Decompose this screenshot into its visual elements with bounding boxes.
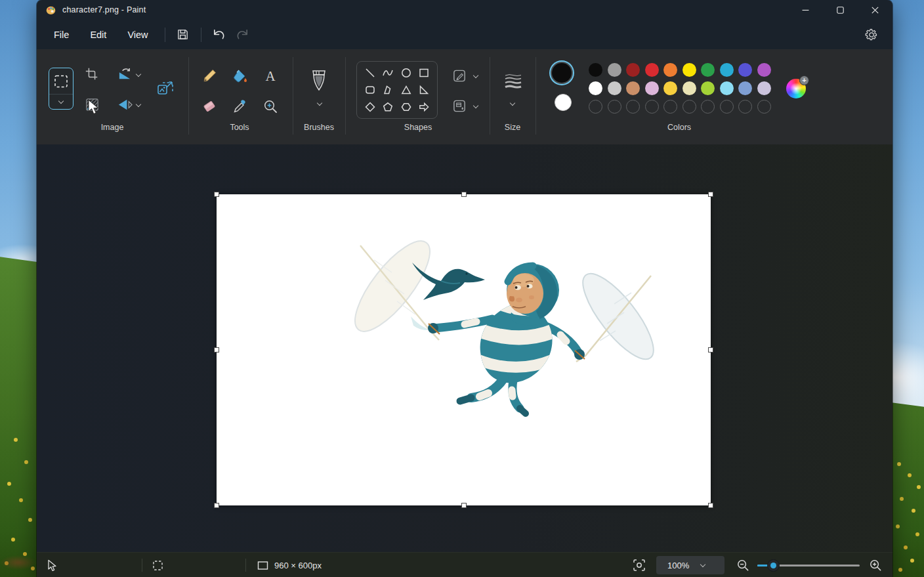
selection-handle-ne[interactable]: [708, 192, 713, 197]
magnifier-tool-button[interactable]: [259, 95, 282, 118]
zoom-slider-thumb[interactable]: [767, 559, 780, 572]
shape-arrow[interactable]: [415, 99, 432, 115]
shape-oval[interactable]: [398, 65, 415, 81]
foreground-color-swatch[interactable]: [551, 62, 573, 84]
outline-options-dropdown[interactable]: [471, 72, 480, 81]
palette-color-swatch[interactable]: [757, 63, 771, 77]
zoom-slider[interactable]: [757, 565, 860, 567]
flip-button[interactable]: [114, 94, 135, 115]
palette-color-swatch[interactable]: [701, 63, 715, 77]
eraser-icon: [201, 98, 217, 114]
save-button[interactable]: [171, 24, 195, 45]
palette-color-swatch[interactable]: [738, 81, 752, 95]
resize-button[interactable]: [154, 77, 177, 100]
palette-empty-slot[interactable]: [738, 100, 752, 114]
fit-to-screen-button[interactable]: [633, 553, 646, 577]
eraser-tool-button[interactable]: [198, 95, 220, 118]
palette-color-swatch[interactable]: [682, 63, 696, 77]
text-tool-button[interactable]: A: [259, 65, 282, 87]
settings-button[interactable]: [860, 24, 883, 45]
shape-pentagon[interactable]: [379, 99, 396, 115]
selection-handle-sw[interactable]: [214, 503, 219, 508]
palette-color-swatch[interactable]: [589, 63, 602, 77]
palette-empty-slot[interactable]: [701, 100, 715, 114]
shape-triangle[interactable]: [398, 82, 415, 98]
polygon-shape-icon: [382, 84, 394, 96]
palette-empty-slot[interactable]: [589, 100, 602, 114]
crop-button[interactable]: [81, 64, 102, 85]
palette-color-swatch[interactable]: [738, 63, 752, 77]
maximize-button[interactable]: [823, 0, 858, 20]
palette-color-swatch[interactable]: [682, 81, 696, 95]
palette-color-swatch[interactable]: [608, 81, 621, 95]
selection-handle-s[interactable]: [461, 503, 467, 508]
shape-curve[interactable]: [379, 65, 396, 81]
selection-tool-button[interactable]: [49, 68, 74, 110]
pencil-tool-button[interactable]: [198, 65, 220, 87]
palette-color-swatch[interactable]: [626, 81, 640, 95]
undo-button[interactable]: [207, 24, 231, 45]
brushes-button[interactable]: [304, 68, 333, 98]
flip-options-dropdown[interactable]: [134, 100, 143, 110]
selection-handle-n[interactable]: [461, 192, 467, 197]
shape-rounded-rectangle[interactable]: [362, 82, 379, 98]
selection-tool-main[interactable]: [49, 68, 73, 95]
shape-line[interactable]: [362, 65, 379, 81]
brushes-dropdown[interactable]: [315, 99, 324, 108]
shape-right-triangle[interactable]: [415, 82, 432, 98]
background-color-swatch[interactable]: [555, 94, 572, 111]
palette-color-swatch[interactable]: [701, 81, 715, 95]
menu-edit[interactable]: Edit: [79, 26, 117, 44]
palette-color-swatch[interactable]: [626, 63, 640, 77]
palette-color-swatch[interactable]: [663, 81, 677, 95]
workspace: [37, 144, 892, 552]
maximize-icon: [837, 7, 844, 14]
zoom-in-button[interactable]: [869, 553, 882, 577]
rotate-button[interactable]: [114, 64, 135, 85]
zoom-out-button[interactable]: [736, 553, 749, 577]
palette-empty-slot[interactable]: [682, 100, 696, 114]
shape-rectangle[interactable]: [415, 65, 432, 81]
palette-color-swatch[interactable]: [757, 81, 771, 95]
color-picker-tool-button[interactable]: [229, 95, 251, 118]
size-dropdown[interactable]: [508, 99, 517, 108]
shape-polygon[interactable]: [379, 82, 396, 98]
palette-empty-slot[interactable]: [757, 100, 771, 114]
canvas-size-text: 960 × 600px: [274, 561, 322, 570]
selection-handle-se[interactable]: [708, 503, 713, 508]
palette-color-swatch[interactable]: [663, 63, 677, 77]
fill-options-dropdown[interactable]: [471, 102, 480, 111]
selection-handle-nw[interactable]: [214, 192, 219, 197]
fill-style-icon: [452, 98, 467, 114]
palette-color-swatch[interactable]: [608, 63, 621, 77]
palette-empty-slot[interactable]: [608, 100, 621, 114]
fill-tool-button[interactable]: [229, 65, 251, 87]
palette-empty-slot[interactable]: [645, 100, 659, 114]
menu-file[interactable]: File: [43, 26, 79, 44]
palette-color-swatch[interactable]: [589, 81, 602, 95]
palette-empty-slot[interactable]: [720, 100, 734, 114]
selection-handle-e[interactable]: [708, 347, 713, 353]
selection-options-dropdown[interactable]: [49, 95, 73, 108]
selection-handle-w[interactable]: [214, 347, 219, 353]
palette-empty-slot[interactable]: [663, 100, 677, 114]
paint-window: character7.png - Paint File Edit View: [37, 0, 892, 577]
close-button[interactable]: [858, 0, 892, 20]
palette-empty-slot[interactable]: [626, 100, 640, 114]
size-button[interactable]: [500, 68, 526, 94]
palette-color-swatch[interactable]: [720, 81, 734, 95]
shape-hexagon[interactable]: [398, 99, 415, 115]
shape-fill-button[interactable]: [449, 95, 470, 116]
palette-color-swatch[interactable]: [645, 63, 659, 77]
shape-outline-button[interactable]: [449, 65, 470, 86]
magnifier-icon: [262, 98, 278, 114]
palette-color-swatch[interactable]: [645, 81, 659, 95]
menu-view[interactable]: View: [117, 26, 158, 44]
palette-color-swatch[interactable]: [720, 63, 734, 77]
paint-canvas[interactable]: [217, 194, 711, 505]
zoom-level-dropdown[interactable]: 100%: [656, 556, 724, 574]
shape-diamond[interactable]: [362, 99, 379, 115]
minimize-button[interactable]: [788, 0, 823, 20]
redo-button[interactable]: [231, 24, 255, 45]
rotate-options-dropdown[interactable]: [134, 70, 143, 79]
